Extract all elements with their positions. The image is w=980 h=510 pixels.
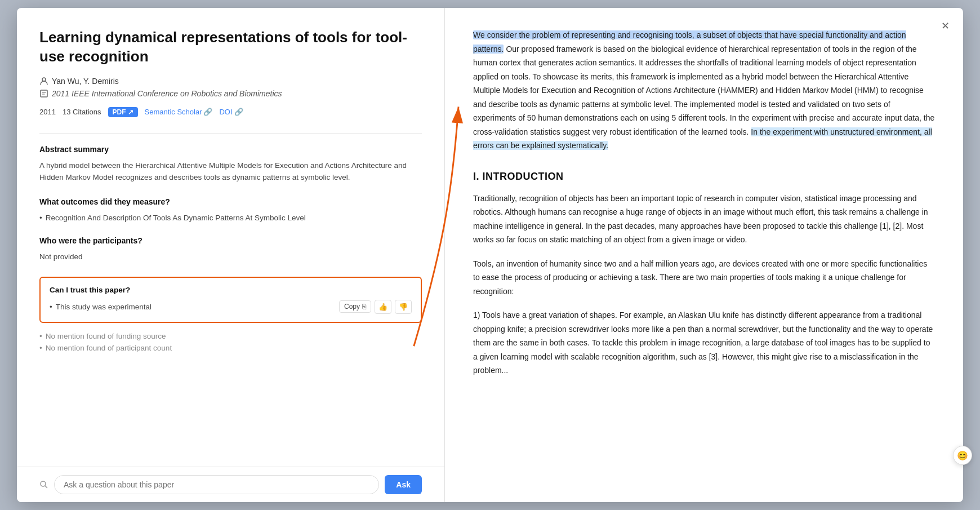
intro-para-3: 1) Tools have a great variation of shape…: [473, 308, 935, 378]
trust-item-row: This study was experimental Copy ⎘ 👍 👎: [50, 300, 412, 314]
abstract-section: Abstract summary A hybrid model between …: [39, 145, 422, 184]
paper-title: Learning dynamical representations of to…: [39, 28, 422, 66]
thumbdown-button[interactable]: 👎: [395, 300, 412, 314]
doi-link[interactable]: DOI 🔗: [219, 108, 243, 116]
svg-rect-1: [41, 90, 47, 97]
participants-text: Not provided: [39, 251, 422, 263]
participants-section-title: Who were the participants?: [39, 236, 422, 245]
copy-button[interactable]: Copy ⎘: [339, 300, 371, 313]
outcome-item-1: Recognition And Description Of Tools As …: [39, 212, 422, 224]
citations-badge: 13 Citations: [63, 108, 101, 116]
modal-container: Learning dynamical representations of to…: [17, 8, 963, 502]
ask-input[interactable]: [54, 475, 379, 494]
trust-box: Can I trust this paper? This study was e…: [39, 277, 422, 323]
venue-text: 2011 IEEE International Conference on Ro…: [52, 89, 282, 98]
chat-bubble[interactable]: 😊: [953, 446, 972, 465]
pdf-link[interactable]: PDF ↗: [108, 107, 138, 117]
semantic-scholar-link[interactable]: Semantic Scholar 🔗: [145, 108, 213, 116]
ask-bar: Ask: [17, 467, 444, 502]
no-mention-funding: No mention found of funding source: [39, 332, 422, 340]
search-icon: [39, 480, 48, 489]
introduction-heading: I. INTRODUCTION: [473, 171, 935, 183]
no-mention-participants: No mention found of participant count: [39, 344, 422, 352]
svg-point-0: [42, 78, 46, 81]
divider-1: [39, 133, 422, 134]
intro-para-1: Traditionally, recognition of objects ha…: [473, 192, 935, 247]
right-panel: ✕ We consider the problem of representin…: [445, 8, 963, 502]
venue-row: 2011 IEEE International Conference on Ro…: [39, 89, 422, 98]
left-panel: Learning dynamical representations of to…: [17, 8, 445, 502]
meta-row: 2011 13 Citations PDF ↗ Semantic Scholar…: [39, 107, 422, 117]
person-icon: [39, 77, 48, 86]
abstract-full-text: We consider the problem of representing …: [473, 28, 935, 153]
trust-item-text: This study was experimental: [50, 303, 152, 311]
outcomes-section-title: What outcomes did they measure?: [39, 197, 422, 206]
trust-title: Can I trust this paper?: [50, 286, 412, 294]
trust-actions: Copy ⎘ 👍 👎: [339, 300, 412, 314]
abstract-section-title: Abstract summary: [39, 145, 422, 154]
authors-row: Yan Wu, Y. Demiris: [39, 77, 422, 86]
abstract-text: A hybrid model between the Hierarchical …: [39, 159, 422, 184]
ask-button[interactable]: Ask: [385, 475, 422, 494]
book-icon: [39, 89, 48, 98]
authors-text: Yan Wu, Y. Demiris: [52, 77, 119, 86]
outcomes-section: What outcomes did they measure? Recognit…: [39, 197, 422, 224]
abstract-main-text: Our proposed framework is based on the b…: [473, 45, 934, 136]
left-scrollable: Learning dynamical representations of to…: [17, 8, 444, 467]
close-button[interactable]: ✕: [937, 18, 953, 34]
intro-para-2: Tools, an invention of humanity since tw…: [473, 257, 935, 299]
year-badge: 2011: [39, 108, 56, 116]
participants-section: Who were the participants? Not provided: [39, 236, 422, 263]
thumbup-button[interactable]: 👍: [375, 300, 391, 314]
